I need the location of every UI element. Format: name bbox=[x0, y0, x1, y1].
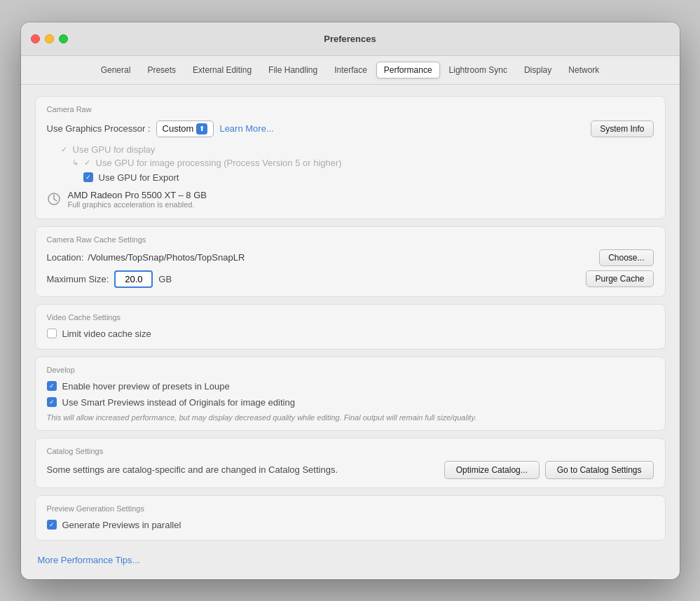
checkmark-display: ✓ bbox=[61, 145, 67, 154]
use-smart-row: ✓ Use Smart Previews instead of Original… bbox=[47, 396, 654, 409]
preview-gen-title: Preview Generation Settings bbox=[47, 504, 654, 513]
maximize-button[interactable] bbox=[59, 34, 68, 43]
limit-video-cache-row: Limit video cache size bbox=[47, 327, 654, 340]
minimize-button[interactable] bbox=[45, 34, 54, 43]
gpu-info-row: AMD Radeon Pro 5500 XT – 8 GB Full graph… bbox=[47, 188, 654, 210]
tabs-bar: General Presets External Editing File Ha… bbox=[21, 56, 680, 85]
preview-gen-section: Preview Generation Settings ✓ Generate P… bbox=[35, 495, 666, 541]
use-smart-label: Use Smart Previews instead of Originals … bbox=[62, 397, 295, 408]
smart-checkmark-icon: ✓ bbox=[49, 399, 55, 406]
l-corner-icon: ↳ bbox=[72, 158, 78, 167]
go-to-catalog-button[interactable]: Go to Catalog Settings bbox=[545, 461, 654, 479]
graphics-processor-dropdown[interactable]: Custom ⬆ bbox=[156, 120, 214, 137]
choose-button[interactable]: Choose... bbox=[599, 249, 653, 266]
optimize-catalog-button[interactable]: Optimize Catalog... bbox=[444, 461, 540, 479]
limit-video-cache-checkbox[interactable] bbox=[47, 329, 57, 338]
tab-file-handling[interactable]: File Handling bbox=[261, 62, 325, 78]
tab-display[interactable]: Display bbox=[516, 62, 559, 78]
gpu-icon bbox=[47, 192, 61, 206]
checkmark-icon: ✓ bbox=[85, 174, 91, 181]
max-size-input[interactable] bbox=[114, 270, 153, 288]
purge-cache-button[interactable]: Purge Cache bbox=[586, 270, 653, 287]
tab-interface[interactable]: Interface bbox=[327, 62, 375, 78]
video-cache-title: Video Cache Settings bbox=[47, 313, 654, 322]
preferences-window: Preferences General Presets External Edi… bbox=[21, 22, 680, 579]
catalog-section: Catalog Settings Some settings are catal… bbox=[35, 438, 666, 488]
dropdown-value: Custom bbox=[163, 123, 194, 134]
camera-raw-title: Camera Raw bbox=[47, 105, 654, 113]
tab-performance[interactable]: Performance bbox=[376, 62, 440, 78]
size-left: Maximum Size: GB bbox=[47, 270, 172, 288]
tab-presets[interactable]: Presets bbox=[139, 62, 184, 78]
use-gpu-export-row: ✓ Use GPU for Export bbox=[83, 171, 654, 184]
generate-previews-label: Generate Previews in parallel bbox=[62, 520, 181, 530]
camera-raw-cache-section: Camera Raw Cache Settings Location: /Vol… bbox=[35, 226, 666, 297]
window-title: Preferences bbox=[324, 34, 376, 44]
enable-hover-checkbox[interactable]: ✓ bbox=[47, 381, 57, 391]
video-cache-section: Video Cache Settings Limit video cache s… bbox=[35, 304, 666, 350]
gpu-info: AMD Radeon Pro 5500 XT – 8 GB Full graph… bbox=[68, 190, 207, 209]
catalog-buttons: Optimize Catalog... Go to Catalog Settin… bbox=[444, 461, 654, 479]
titlebar: Preferences bbox=[21, 22, 680, 56]
hover-checkmark-icon: ✓ bbox=[49, 382, 55, 389]
gpu-name: AMD Radeon Pro 5500 XT – 8 GB bbox=[68, 190, 207, 200]
tab-lightroom-sync[interactable]: Lightroom Sync bbox=[441, 62, 515, 78]
use-gpu-display-label: Use GPU for display bbox=[73, 144, 156, 155]
enable-hover-label: Enable hover preview of presets in Loupe bbox=[62, 381, 230, 392]
location-value: /Volumes/TopSnap/Photos/TopSnapLR bbox=[88, 252, 245, 263]
more-performance-tips-link[interactable]: More Performance Tips... bbox=[38, 555, 140, 565]
gpu-sub: Full graphics acceleration is enabled. bbox=[68, 200, 207, 209]
tab-external-editing[interactable]: External Editing bbox=[185, 62, 259, 78]
use-graphics-processor-label: Use Graphics Processor : bbox=[47, 123, 151, 134]
use-gpu-display-row: ✓ Use GPU for display bbox=[61, 143, 654, 156]
camera-raw-section: Camera Raw Use Graphics Processor : Cust… bbox=[35, 96, 666, 219]
location-label: Location: bbox=[47, 252, 84, 263]
enable-hover-row: ✓ Enable hover preview of presets in Lou… bbox=[47, 380, 654, 393]
develop-title: Develop bbox=[47, 366, 654, 374]
size-unit: GB bbox=[158, 274, 172, 284]
learn-more-link[interactable]: Learn More... bbox=[219, 123, 273, 134]
camera-raw-cache-title: Camera Raw Cache Settings bbox=[47, 235, 654, 244]
close-button[interactable] bbox=[31, 34, 40, 43]
develop-note: This will allow increased performance, b… bbox=[47, 413, 654, 422]
catalog-title: Catalog Settings bbox=[47, 447, 654, 455]
use-gpu-processing-row: ↳ ✓ Use GPU for image processing (Proces… bbox=[72, 156, 654, 170]
preview-checkmark-icon: ✓ bbox=[49, 521, 55, 528]
catalog-row: Some settings are catalog-specific and a… bbox=[47, 461, 654, 479]
use-gpu-export-label: Use GPU for Export bbox=[99, 172, 179, 183]
generate-previews-checkbox[interactable]: ✓ bbox=[47, 520, 57, 530]
generate-previews-row: ✓ Generate Previews in parallel bbox=[47, 518, 654, 532]
use-smart-checkbox[interactable]: ✓ bbox=[47, 397, 57, 407]
tab-network[interactable]: Network bbox=[561, 62, 607, 78]
checkmark-processing: ✓ bbox=[84, 158, 90, 167]
develop-section: Develop ✓ Enable hover preview of preset… bbox=[35, 357, 666, 431]
traffic-lights bbox=[31, 34, 68, 43]
graphics-processor-row: Use Graphics Processor : Custom ⬆ Learn … bbox=[47, 119, 654, 139]
limit-video-cache-label: Limit video cache size bbox=[62, 329, 151, 339]
use-gpu-processing-label: Use GPU for image processing (Process Ve… bbox=[96, 158, 342, 168]
size-row: Maximum Size: GB Purge Cache bbox=[47, 270, 654, 288]
tab-general[interactable]: General bbox=[93, 62, 139, 78]
use-gpu-export-checkbox[interactable]: ✓ bbox=[83, 172, 93, 182]
max-size-label: Maximum Size: bbox=[47, 274, 109, 284]
dropdown-icon: ⬆ bbox=[196, 123, 207, 134]
location-row: Location: /Volumes/TopSnap/Photos/TopSna… bbox=[47, 249, 654, 266]
footer: More Performance Tips... bbox=[35, 548, 666, 565]
system-info-button[interactable]: System Info bbox=[591, 120, 653, 137]
content-area: Camera Raw Use Graphics Processor : Cust… bbox=[21, 85, 680, 579]
catalog-text: Some settings are catalog-specific and a… bbox=[47, 464, 436, 475]
